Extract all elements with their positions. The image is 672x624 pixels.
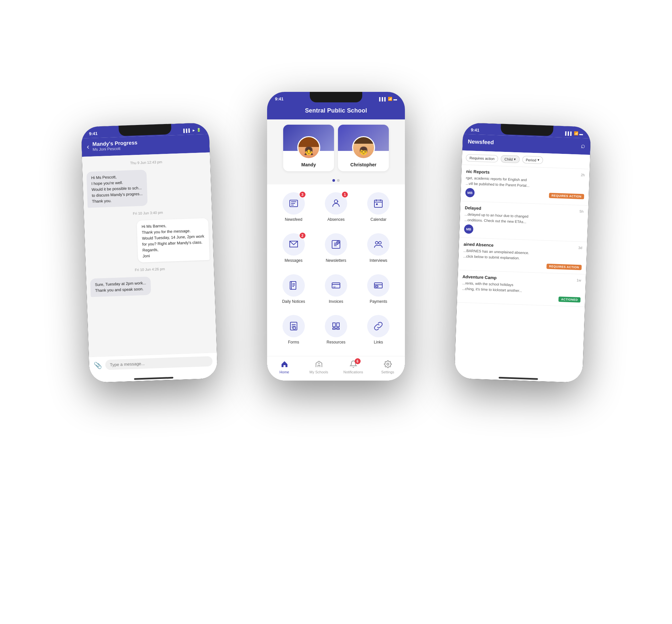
news-item-1[interactable]: nic Reports 2h rget, academic reports fo…	[460, 165, 590, 206]
messages-icon	[288, 239, 299, 250]
menu-item-interviews[interactable]: Interviews	[357, 228, 400, 269]
filter-period[interactable]: Period ▾	[522, 156, 543, 164]
bottom-nav: Home My Schools	[267, 356, 405, 381]
calendar-label: Calendar	[370, 217, 387, 222]
my-schools-icon	[315, 360, 323, 368]
signal-icon: ▌▌▌	[183, 128, 191, 133]
mandy-avatar: 👧	[297, 136, 320, 159]
notifications-badge: 6	[355, 358, 361, 364]
bubble-1: Hi Ms Pescott,I hope you're well.Would i…	[86, 170, 148, 208]
menu-item-payments[interactable]: Payments	[357, 269, 400, 310]
absences-badge: 1	[341, 191, 348, 198]
message-input-area: 📎	[89, 353, 217, 377]
forms-label: Forms	[288, 340, 299, 344]
message-input[interactable]	[105, 356, 213, 370]
home-bar-right	[499, 377, 538, 380]
mandy-banner: 👧	[283, 125, 334, 151]
news-item-1-footer: MB REQUIRES ACTION	[465, 188, 585, 202]
filter-requires-action[interactable]: Requires action	[466, 154, 498, 162]
myschools-nav-icon-wrap	[314, 360, 324, 369]
settings-nav-label: Settings	[381, 370, 394, 374]
news-item-4[interactable]: Adventure Camp 1w ...rents, with the sch…	[457, 270, 586, 307]
nav-settings[interactable]: Settings	[370, 360, 405, 374]
requires-action-tag-1: REQUIRES ACTION	[549, 193, 585, 200]
links-label: Links	[374, 340, 383, 344]
time-center: 9:41	[275, 97, 284, 101]
messages-icon-wrap: 2	[283, 233, 305, 256]
notch-left	[119, 124, 171, 136]
svg-rect-10	[376, 203, 378, 205]
battery-icon-r: ▬	[579, 132, 583, 135]
menu-item-absences[interactable]: 1 Absences	[315, 187, 357, 228]
forms-icon-wrap	[283, 315, 305, 337]
svg-text:$=: $=	[333, 286, 336, 288]
menu-grid: 3 Newsfeed 1	[267, 184, 405, 356]
wifi-icon: ►	[192, 128, 196, 132]
menu-item-resources[interactable]: Resources	[315, 310, 357, 351]
svg-point-15	[376, 241, 378, 244]
newsfeed-icon-wrap: 3	[283, 192, 305, 214]
search-button[interactable]: ⌕	[581, 141, 585, 150]
absences-icon	[331, 198, 341, 209]
attach-icon[interactable]: 📎	[94, 361, 102, 369]
date-label-2: Fri 10 Jun 3:40 pm	[88, 209, 208, 217]
settings-icon	[384, 360, 392, 368]
links-icon-wrap	[367, 315, 389, 337]
home-icon	[281, 360, 288, 368]
filter-child[interactable]: Child ▾	[501, 155, 520, 163]
nav-home[interactable]: Home	[267, 360, 302, 374]
requires-action-tag-3: REQUIRES ACTION	[546, 264, 582, 270]
menu-item-calendar[interactable]: Calendar	[357, 187, 400, 228]
dot-1	[332, 179, 335, 182]
news-item-1-title: nic Reports	[466, 169, 490, 175]
nav-my-schools[interactable]: My Schools	[302, 360, 336, 374]
child-card-christopher[interactable]: 👦 Christopher	[338, 125, 389, 171]
app-header: Sentral Public School	[267, 103, 405, 120]
menu-item-newsfeed[interactable]: 3 Newsfeed	[272, 187, 315, 228]
news-item-2-footer: MB	[464, 225, 583, 238]
news-item-1-body: rget, academic reports for English and..…	[466, 175, 585, 190]
newsfeed-title: Newsfeed	[468, 138, 494, 146]
menu-item-invoices[interactable]: $= Invoices	[315, 269, 357, 310]
newsletters-label: Newsletters	[326, 258, 346, 263]
newsletters-icon	[331, 239, 341, 250]
notifications-nav-label: Notifications	[343, 370, 363, 374]
my-schools-nav-label: My Schools	[309, 370, 328, 374]
menu-item-messages[interactable]: 2 Messages	[272, 228, 315, 269]
svg-rect-6	[374, 200, 382, 207]
notifications-nav-icon-wrap: 6	[349, 360, 358, 369]
newsfeed-label: Newsfeed	[285, 217, 302, 222]
back-button[interactable]: ‹	[87, 142, 89, 151]
news-item-3-body: ...BARNES has an unexplained absence....…	[463, 248, 582, 263]
menu-item-forms[interactable]: Forms	[272, 310, 315, 351]
news-item-2[interactable]: Delayed 5h ...delayed up to an hour due …	[459, 201, 588, 242]
svg-point-36	[387, 363, 389, 365]
menu-item-links[interactable]: Links	[357, 310, 400, 351]
filter-requires-action-label: Requires action	[469, 156, 495, 161]
interviews-icon	[373, 239, 384, 250]
christopher-banner: 👦	[338, 125, 389, 151]
actioned-tag-4: ACTIONED	[559, 296, 581, 303]
page-dots	[267, 177, 405, 184]
header-info: Mandy's Progress Ms Joni Pescott	[92, 140, 137, 152]
interviews-label: Interviews	[369, 258, 387, 263]
christopher-avatar: 👦	[352, 136, 375, 159]
daily-notices-icon-wrap	[283, 274, 305, 296]
news-item-2-body: ...delayed up to an hour due to changed.…	[464, 212, 584, 227]
signal-icons-right: ▌▌▌ 📶 ▬	[565, 131, 583, 136]
news-avatar-2: MB	[464, 225, 473, 234]
notch-center	[310, 92, 362, 102]
time-left: 9:41	[89, 131, 98, 136]
child-card-mandy[interactable]: 👧 Mandy	[283, 125, 334, 171]
news-list: nic Reports 2h rget, academic reports fo…	[455, 165, 590, 377]
menu-item-daily-notices[interactable]: Daily Notices	[272, 269, 315, 310]
resources-label: Resources	[327, 340, 345, 344]
nav-notifications[interactable]: 6 Notifications	[336, 360, 370, 374]
calendar-icon-wrap	[367, 192, 389, 214]
news-item-3[interactable]: ained Absence 3d ...BARNES has an unexpl…	[458, 237, 587, 275]
absences-icon-wrap: 1	[325, 192, 347, 214]
messages-badge: 2	[299, 232, 306, 239]
signal-icons-left: ▌▌▌ ► 🔋	[183, 128, 202, 133]
menu-item-newsletters[interactable]: Newsletters	[315, 228, 357, 269]
home-nav-label: Home	[280, 370, 289, 374]
